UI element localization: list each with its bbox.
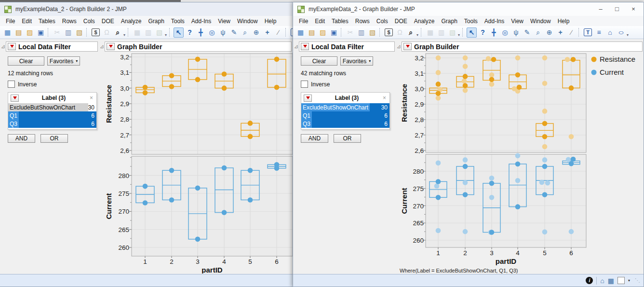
table-panel-icon[interactable]: ▦ [425, 27, 435, 38]
table-cols-icon[interactable]: ▥ [436, 27, 446, 38]
annotate-tool-icon[interactable]: ∕ [566, 27, 577, 38]
menu-help[interactable]: Help [261, 17, 280, 26]
toolbar-caret-icon[interactable]: ▾ [165, 33, 167, 37]
save-icon[interactable]: ▣ [329, 27, 339, 38]
red-triangle-menu-icon[interactable] [8, 43, 16, 50]
menu-cols[interactable]: Cols [80, 17, 98, 26]
move-tool-icon[interactable]: ╋ [489, 27, 499, 38]
preferences-icon[interactable]: $ [92, 28, 100, 36]
copy-icon[interactable]: ▥ [63, 27, 73, 38]
close-icon[interactable]: × [89, 95, 94, 101]
red-triangle-menu-icon[interactable] [301, 43, 309, 50]
filter-row-excludebutshowonchart[interactable]: ExcludeButShowOnChart30 [301, 103, 389, 111]
cut-icon[interactable]: ✂ [345, 27, 355, 38]
or-button[interactable]: OR [40, 134, 68, 143]
menu-graph[interactable]: Graph [438, 17, 460, 26]
maximize-button[interactable]: □ [609, 3, 625, 15]
disclosure-triangle-icon[interactable]: ⊿ [99, 43, 105, 50]
preferences-icon[interactable]: $ [385, 28, 393, 36]
menu-window[interactable]: Window [527, 17, 554, 26]
menu-view[interactable]: View [508, 17, 527, 26]
close-button[interactable]: × [625, 3, 642, 15]
arrow-tool-icon[interactable]: ↖ [174, 27, 184, 38]
red-triangle-menu-icon[interactable] [11, 95, 19, 102]
filter-row-q3[interactable]: Q36 [301, 120, 389, 128]
menu-tables[interactable]: Tables [328, 17, 352, 26]
disclosure-triangle-icon[interactable]: ⊿ [0, 43, 6, 50]
arrow-tool-icon[interactable]: ↖ [467, 27, 477, 38]
and-button[interactable]: AND [8, 134, 35, 143]
new-journal-icon[interactable]: ▤ [13, 27, 24, 38]
oval-tool-icon[interactable]: ○ [614, 27, 628, 38]
crosshair-tool-icon[interactable]: + [262, 27, 272, 38]
hand-tool-icon[interactable]: ψ [511, 27, 521, 38]
filter-row-q1[interactable]: Q16 [8, 111, 96, 120]
new-data-table-icon[interactable]: ▦ [295, 27, 306, 38]
menu-file[interactable]: File [2, 17, 18, 26]
open-icon[interactable]: ▨ [318, 27, 328, 38]
info-icon[interactable]: i [586, 277, 593, 284]
menu-analyze[interactable]: Analyze [118, 17, 145, 26]
menu-tools[interactable]: Tools [168, 17, 188, 26]
titlebar[interactable]: myExampleData_2 - Graph Builder 2 - JMP [0, 2, 293, 16]
disclosure-triangle-icon[interactable]: ⊿ [293, 43, 299, 50]
home-icon[interactable]: ⌂ [600, 277, 604, 285]
clear-button[interactable]: Clear [301, 56, 337, 66]
filter-row-q1[interactable]: Q16 [301, 111, 389, 120]
menu-addins[interactable]: Add-Ins [188, 17, 215, 26]
red-triangle-menu-icon[interactable] [107, 43, 115, 50]
table-add-icon[interactable]: ▧ [154, 27, 164, 38]
menu-edit[interactable]: Edit [18, 17, 35, 26]
search-icon[interactable]: ⌕ [113, 27, 123, 38]
graph-builder-chart[interactable]: 3,23,13,02,92,82,72,6Resistance280275270… [396, 52, 644, 274]
line-tool-icon[interactable]: ≡ [594, 27, 604, 38]
favorites-button[interactable]: Favorites▾ [47, 56, 80, 66]
toolbar-caret-icon[interactable]: ▾ [458, 33, 460, 37]
filter-row-q3[interactable]: Q36 [8, 120, 96, 128]
red-triangle-menu-icon[interactable] [403, 43, 412, 50]
or-button[interactable]: OR [334, 134, 361, 143]
clear-button[interactable]: Clear [8, 56, 44, 66]
open-icon[interactable]: ▨ [25, 27, 35, 38]
copy-icon[interactable]: ▥ [356, 27, 366, 38]
lasso-tool-icon[interactable]: ⌕ [533, 27, 543, 38]
titlebar[interactable]: myExampleData_2 - Graph Builder - JMP –□… [293, 2, 644, 16]
search-icon[interactable]: ⌕ [406, 27, 416, 38]
inverse-checkbox[interactable] [301, 81, 308, 88]
toolbar-caret-icon[interactable]: ▾ [416, 33, 418, 37]
menu-addins[interactable]: Add-Ins [481, 17, 508, 26]
menu-analyze[interactable]: Analyze [411, 17, 438, 26]
menu-file[interactable]: File [295, 17, 311, 26]
red-triangle-menu-icon[interactable] [304, 95, 312, 102]
dropdown-caret-icon[interactable]: ▾ [628, 278, 630, 283]
lock-icon[interactable]: Ω [102, 27, 112, 38]
target-tool-icon[interactable]: ◎ [207, 27, 217, 38]
menu-tools[interactable]: Tools [461, 17, 481, 26]
graph-builder-chart[interactable]: 3,23,13,02,92,82,72,6Resistance280275270… [102, 52, 293, 273]
inverse-checkbox[interactable] [8, 81, 15, 88]
favorites-button[interactable]: Favorites▾ [340, 56, 373, 66]
color-swatch[interactable] [617, 277, 625, 284]
menu-window[interactable]: Window [234, 17, 261, 26]
menu-doe[interactable]: DOE [98, 17, 118, 26]
menu-edit[interactable]: Edit [311, 17, 328, 26]
text-box-tool-icon[interactable]: T [584, 28, 592, 36]
menu-rows[interactable]: Rows [352, 17, 373, 26]
table-cols-icon[interactable]: ▥ [143, 27, 153, 38]
lock-icon[interactable]: Ω [395, 27, 405, 38]
menu-help[interactable]: Help [554, 17, 573, 26]
menu-rows[interactable]: Rows [59, 17, 80, 26]
brush-tool-icon[interactable]: ✎ [229, 27, 239, 38]
menu-doe[interactable]: DOE [391, 17, 411, 26]
filter-row-excludebutshowonchart[interactable]: ExcludeButShowOnChart30 [8, 103, 96, 111]
paste-icon[interactable]: ▧ [367, 27, 377, 38]
paste-icon[interactable]: ▧ [74, 27, 84, 38]
menu-tables[interactable]: Tables [35, 17, 59, 26]
help-tool-icon[interactable]: ? [478, 27, 488, 38]
crosshair-tool-icon[interactable]: + [555, 27, 565, 38]
help-tool-icon[interactable]: ? [185, 27, 195, 38]
save-icon[interactable]: ▣ [36, 27, 46, 38]
hand-tool-icon[interactable]: ψ [218, 27, 228, 38]
menu-cols[interactable]: Cols [373, 17, 391, 26]
minimize-button[interactable]: – [592, 3, 609, 15]
